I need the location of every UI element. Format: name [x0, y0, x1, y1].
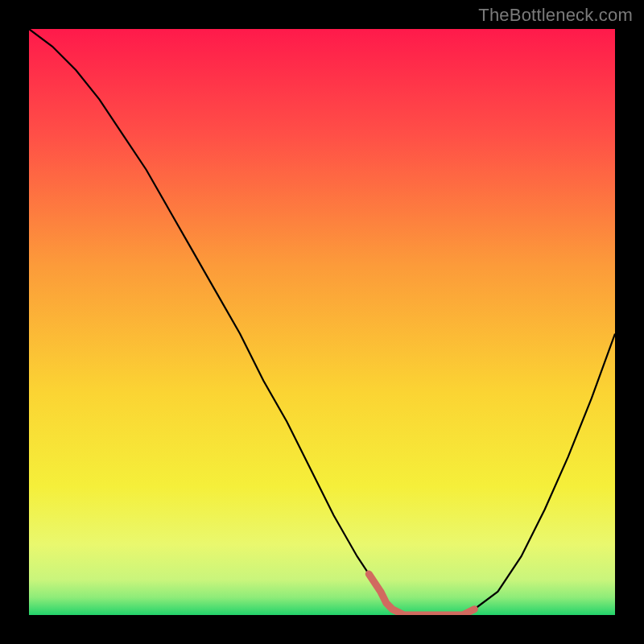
gradient-background — [29, 29, 615, 615]
chart-frame: TheBottleneck.com — [0, 0, 644, 644]
watermark-text: TheBottleneck.com — [478, 5, 633, 26]
plot-area — [29, 29, 615, 615]
bottleneck-chart — [29, 29, 615, 615]
